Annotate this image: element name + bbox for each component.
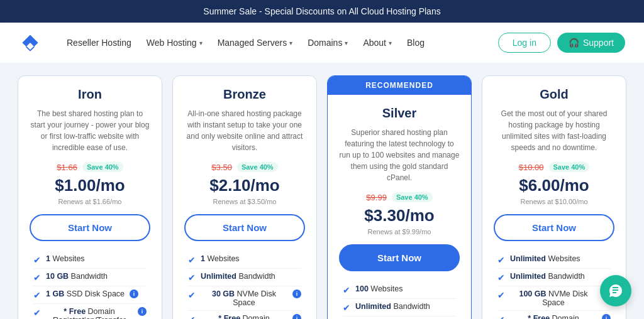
plans-section: Iron The best shared hosting plan to sta… (0, 63, 644, 319)
current-price-bronze: $2.10/mo (209, 176, 279, 195)
check-icon: ✔ (188, 290, 196, 300)
pricing-row-silver: $9.99 Save 40% (366, 192, 432, 202)
info-icon[interactable]: i (292, 289, 301, 298)
original-price-bronze: $3.50 (211, 163, 232, 172)
nav-about[interactable]: About ▾ (357, 33, 398, 53)
feature-item: ✔ * Free Domain Registration/Transfer i (188, 310, 301, 319)
plan-body-bronze: Bronze All-in-one shared hosting package… (173, 76, 316, 319)
chevron-down-icon: ▾ (389, 40, 392, 46)
plan-body-silver: Silver Superior shared hosting plan feat… (328, 95, 471, 319)
logo[interactable] (19, 31, 42, 54)
save-badge-iron: Save 40% (82, 162, 123, 172)
login-button[interactable]: Log in (498, 33, 551, 53)
info-icon[interactable]: i (292, 314, 301, 319)
chat-bubble[interactable] (600, 275, 631, 306)
start-button-silver[interactable]: Start Now (339, 244, 460, 271)
chevron-down-icon: ▾ (199, 40, 203, 46)
original-price-gold: $10.00 (519, 163, 544, 172)
check-icon: ✔ (33, 273, 41, 283)
check-icon: ✔ (188, 315, 196, 319)
save-badge-silver: Save 40% (392, 192, 433, 202)
nav-domains[interactable]: Domains ▾ (301, 33, 354, 53)
check-icon: ✔ (33, 308, 41, 318)
check-icon: ✔ (33, 255, 41, 265)
info-icon[interactable]: i (138, 307, 147, 316)
check-icon: ✔ (343, 285, 350, 295)
pricing-row-gold: $10.00 Save 40% (519, 162, 590, 172)
renews-text-bronze: Renews at $3.50/mo (213, 198, 277, 205)
current-price-iron: $1.00/mo (55, 176, 125, 195)
current-price-gold: $6.00/mo (519, 176, 589, 195)
original-price-iron: $1.66 (57, 163, 77, 172)
features-list-gold: ✔ Unlimited Websites ✔ Unlimited Bandwid… (494, 251, 614, 319)
current-price-silver: $3.30/mo (364, 206, 434, 225)
pricing-row-bronze: $3.50 Save 40% (211, 162, 277, 172)
banner-text: Summer Sale - Special Discounts on All C… (203, 6, 440, 16)
support-button[interactable]: 🎧 Support (557, 33, 625, 53)
start-button-bronze[interactable]: Start Now (184, 214, 305, 241)
plan-name-iron: Iron (78, 87, 102, 102)
plan-desc-gold: Get the most out of your shared hosting … (494, 108, 614, 153)
recommended-badge: RECOMMENDED (328, 76, 471, 95)
chevron-down-icon: ▾ (345, 40, 348, 46)
renews-text-gold: Renews at $10.00/mo (520, 198, 587, 205)
plan-body-iron: Iron The best shared hosting plan to sta… (18, 76, 162, 319)
chevron-down-icon: ▾ (289, 40, 292, 46)
feature-item: ✔ 1 Websites (188, 251, 301, 268)
plan-name-gold: Gold (540, 87, 569, 102)
nav-links: Reseller Hosting Web Hosting ▾ Managed S… (60, 33, 498, 53)
plan-name-bronze: Bronze (223, 87, 266, 102)
nav-managed-servers[interactable]: Managed Servers ▾ (211, 33, 299, 53)
check-icon: ✔ (497, 315, 505, 319)
feature-item: ✔ Unlimited Bandwidth (188, 268, 301, 286)
feature-item: ✔ Unlimited Bandwidth (497, 268, 611, 286)
info-icon[interactable]: i (602, 314, 611, 319)
features-list-bronze: ✔ 1 Websites ✔ Unlimited Bandwidth ✔ 30 … (184, 251, 305, 319)
feature-item: ✔ * Free Domain Registration/Transfer i (497, 310, 611, 319)
plan-card-bronze: Bronze All-in-one shared hosting package… (172, 75, 317, 319)
features-list-silver: ✔ 100 Websites ✔ Unlimited Bandwidth ✔ 5… (339, 281, 460, 319)
renews-text-iron: Renews at $1.66/mo (58, 198, 122, 205)
check-icon: ✔ (188, 255, 196, 265)
check-icon: ✔ (497, 255, 505, 265)
feature-item: ✔ Unlimited Websites (497, 251, 611, 268)
nav-web-hosting[interactable]: Web Hosting ▾ (140, 33, 209, 53)
check-icon: ✔ (497, 290, 505, 300)
nav-reseller-hosting[interactable]: Reseller Hosting (60, 33, 138, 53)
check-icon: ✔ (497, 273, 505, 283)
feature-item: ✔ 100 GB NVMe Disk Space i (497, 286, 611, 310)
check-icon: ✔ (343, 303, 350, 313)
start-button-iron[interactable]: Start Now (30, 214, 150, 241)
start-button-gold[interactable]: Start Now (494, 214, 614, 241)
nav-blog[interactable]: Blog (401, 33, 431, 53)
save-badge-gold: Save 40% (549, 162, 590, 172)
plan-desc-bronze: All-in-one shared hosting package with i… (184, 108, 305, 153)
check-icon: ✔ (33, 290, 41, 300)
renews-text-silver: Renews at $9.99/mo (368, 228, 431, 235)
headset-icon: 🎧 (569, 38, 579, 48)
feature-item: ✔ 10 GB Bandwidth (33, 268, 147, 286)
plan-card-iron: Iron The best shared hosting plan to sta… (18, 75, 162, 319)
navbar: Reseller Hosting Web Hosting ▾ Managed S… (0, 23, 644, 63)
plan-card-silver: RECOMMENDED Silver Superior shared hosti… (327, 75, 472, 319)
plan-desc-iron: The best shared hosting plan to start yo… (30, 108, 150, 153)
pricing-row-iron: $1.66 Save 40% (57, 162, 123, 172)
feature-item: ✔ 100 Websites (343, 281, 456, 298)
nav-actions: Log in 🎧 Support (498, 33, 625, 53)
feature-item: ✔ 50 GB NVMe Disk Space i (343, 316, 456, 319)
features-list-iron: ✔ 1 Websites ✔ 10 GB Bandwidth ✔ 1 GB SS… (30, 251, 150, 319)
feature-item: ✔ Unlimited Bandwidth (343, 298, 456, 316)
check-icon: ✔ (188, 273, 196, 283)
feature-item: ✔ 1 GB SSD Disk Space i (33, 286, 147, 303)
feature-item: ✔ 30 GB NVMe Disk Space i (188, 286, 301, 310)
feature-item: ✔ 1 Websites (33, 251, 147, 268)
save-badge-bronze: Save 40% (237, 162, 278, 172)
top-banner: Summer Sale - Special Discounts on All C… (0, 0, 644, 23)
info-icon[interactable]: i (130, 289, 138, 298)
plan-name-silver: Silver (382, 106, 416, 121)
original-price-silver: $9.99 (366, 193, 387, 202)
plan-desc-silver: Superior shared hosting plan featuring t… (339, 127, 460, 183)
feature-item: ✔ * Free Domain Registration/Transfer i (33, 303, 147, 319)
